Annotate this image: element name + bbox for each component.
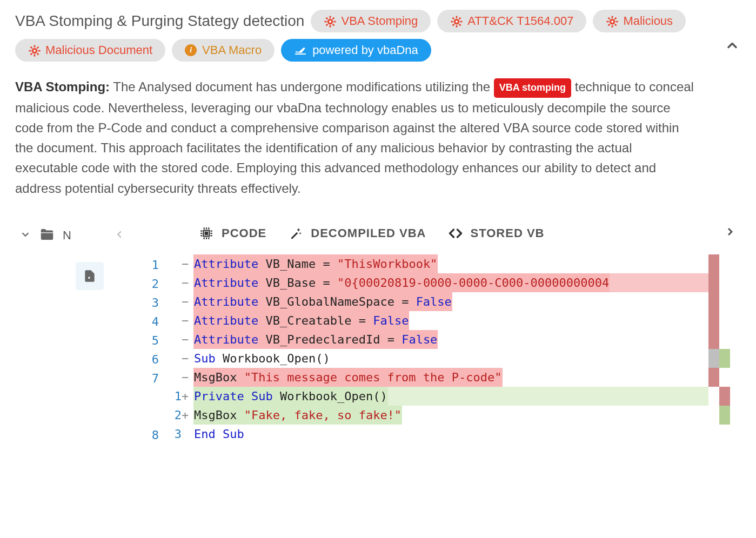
- svg-point-31: [452, 17, 454, 19]
- plane-icon: [294, 44, 307, 57]
- svg-point-17: [333, 17, 334, 19]
- code-line: End Sub: [193, 425, 708, 443]
- svg-point-45: [608, 24, 610, 26]
- folder-icon[interactable]: [39, 226, 55, 245]
- file-tree: N: [15, 216, 134, 445]
- svg-point-47: [607, 21, 608, 22]
- description-text: VBA Stomping: The Analysed document has …: [15, 77, 696, 198]
- svg-point-1: [329, 21, 331, 23]
- gutter-left: 12345678: [134, 254, 165, 445]
- svg-point-57: [39, 50, 41, 51]
- svg-point-33: [456, 16, 458, 17]
- tab-pcode[interactable]: PCODE: [199, 226, 266, 241]
- inline-badge-vba-stomping: VBA stomping: [494, 78, 571, 98]
- code-line: Attribute VB_Base = "0{00020819-0000-000…: [193, 273, 708, 292]
- section-title: VBA Stomping & Purging Stategy detection: [15, 12, 304, 30]
- tag-powered-by[interactable]: powered by vbaDna: [281, 39, 431, 62]
- minimap[interactable]: [708, 254, 741, 445]
- svg-point-53: [615, 17, 617, 19]
- virus-icon: [606, 15, 618, 27]
- svg-point-51: [612, 16, 613, 17]
- tag-attck[interactable]: ATT&CK T1564.007: [437, 10, 586, 32]
- svg-point-55: [34, 50, 36, 52]
- svg-point-9: [326, 24, 327, 26]
- code-tabs: PCODE DECOMPILED VBA STORED VB: [134, 216, 741, 254]
- svg-rect-73: [205, 232, 208, 234]
- svg-point-13: [326, 17, 327, 19]
- tag-vba-stomping[interactable]: VBA Stomping: [311, 10, 431, 32]
- tab-stored[interactable]: STORED VB: [448, 226, 545, 241]
- svg-point-71: [37, 46, 39, 48]
- svg-point-7: [330, 26, 331, 28]
- tag-malicious-doc[interactable]: Malicious Document: [15, 39, 165, 62]
- code-line: Attribute VB_Name = "ThisWorkbook": [193, 254, 708, 273]
- tag-label: ATT&CK T1564.007: [467, 14, 573, 28]
- svg-point-67: [30, 46, 32, 48]
- svg-point-11: [325, 21, 326, 22]
- file-node[interactable]: [76, 262, 104, 290]
- tree-root-label: N: [63, 228, 71, 243]
- tag-label: powered by vbaDna: [312, 43, 418, 57]
- svg-point-59: [37, 53, 39, 55]
- code-line: Attribute VB_PredeclaredId = False: [193, 330, 708, 349]
- diff-panel: N PCODE DECOMPILED VBA: [15, 216, 741, 445]
- tabs-scroll-right[interactable]: [719, 221, 741, 246]
- svg-point-63: [30, 53, 32, 55]
- svg-point-23: [459, 24, 461, 26]
- svg-point-39: [617, 21, 618, 22]
- tag-label: VBA Macro: [202, 43, 262, 57]
- virus-icon: [450, 15, 462, 27]
- code-line: Sub Workbook_Open(): [193, 349, 708, 368]
- section-header: VBA Stomping & Purging Stategy detection…: [15, 10, 741, 62]
- code-line: MsgBox "Fake, fake, so fake!": [193, 406, 708, 425]
- svg-point-25: [456, 26, 458, 28]
- tag-malicious[interactable]: Malicious: [593, 10, 686, 32]
- code-line: Attribute VB_GlobalNameSpace = False: [193, 292, 708, 311]
- svg-point-41: [615, 24, 617, 26]
- tag-label: Malicious Document: [45, 43, 152, 57]
- tag-vba-macro[interactable]: iVBA Macro: [172, 39, 275, 62]
- code-line: Private Sub Workbook_Open(): [193, 387, 708, 406]
- collapse-toggle[interactable]: [724, 37, 741, 54]
- svg-point-5: [333, 24, 334, 26]
- svg-point-35: [459, 17, 461, 19]
- svg-point-27: [452, 24, 454, 26]
- svg-point-37: [611, 21, 613, 23]
- chip-icon: [199, 226, 214, 241]
- svg-point-69: [34, 45, 35, 46]
- tab-decompiled[interactable]: DECOMPILED VBA: [288, 226, 426, 241]
- svg-point-15: [330, 16, 331, 17]
- code-line: MsgBox "This message comes from the P-co…: [193, 368, 708, 387]
- description-lead: VBA Stomping:: [15, 79, 110, 94]
- code-lines[interactable]: Attribute VB_Name = "ThisWorkbook"Attrib…: [193, 254, 708, 445]
- code-icon: [448, 226, 463, 241]
- gutter-sign: −−−−−−−++: [182, 254, 193, 445]
- svg-point-49: [608, 17, 610, 19]
- tag-label: VBA Stomping: [341, 14, 418, 28]
- code-panel: PCODE DECOMPILED VBA STORED VB 12345678 …: [134, 216, 741, 445]
- svg-point-3: [334, 21, 336, 22]
- svg-point-29: [451, 21, 453, 22]
- svg-point-43: [612, 26, 613, 28]
- tree-collapse-icon[interactable]: [109, 224, 130, 247]
- svg-point-61: [34, 55, 35, 57]
- virus-icon: [28, 44, 40, 56]
- svg-point-65: [29, 50, 30, 51]
- svg-point-21: [461, 21, 463, 22]
- gutter-right: 123: [165, 254, 182, 445]
- virus-icon: [324, 15, 336, 27]
- wand-icon: [288, 226, 303, 241]
- tag-label: Malicious: [623, 14, 673, 28]
- code-line: Attribute VB_Creatable = False: [193, 311, 708, 330]
- svg-point-19: [456, 21, 458, 23]
- tree-expand-icon[interactable]: [19, 228, 31, 243]
- info-icon: i: [185, 44, 197, 56]
